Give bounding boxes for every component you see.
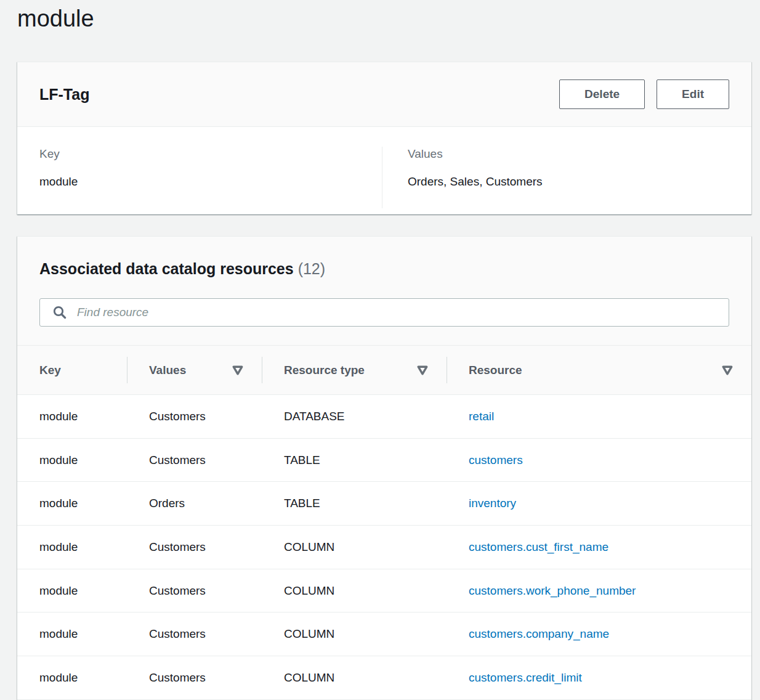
- lf-tag-card: LF-Tag Delete Edit Key module Values Ord…: [17, 62, 751, 214]
- lf-tag-detail-page: module LF-Tag Delete Edit Key module Val…: [0, 0, 760, 700]
- cell-resource-type: COLUMN: [262, 584, 447, 598]
- cell-resource-type: TABLE: [262, 454, 447, 467]
- cell-values: Customers: [127, 410, 262, 423]
- column-header-resource-label: Resource: [469, 364, 522, 377]
- delete-button[interactable]: Delete: [559, 79, 645, 109]
- column-header-resource[interactable]: Resource: [447, 346, 751, 394]
- cell-resource-type: TABLE: [262, 497, 447, 510]
- associated-resources-title-text: Associated data catalog resources: [39, 260, 294, 277]
- resource-count-badge: (12): [298, 260, 325, 277]
- cell-resource: customers: [447, 454, 751, 467]
- cell-key: module: [17, 671, 127, 685]
- column-header-values-label: Values: [149, 364, 186, 377]
- lf-tag-card-header: LF-Tag Delete Edit: [17, 62, 751, 127]
- cell-values: Customers: [127, 454, 262, 467]
- cell-key: module: [17, 454, 127, 467]
- column-header-values[interactable]: Values: [127, 346, 262, 394]
- search-icon: [52, 305, 67, 320]
- cell-values: Customers: [127, 584, 262, 598]
- cell-key: module: [17, 410, 127, 423]
- cell-resource: customers.work_phone_number: [447, 584, 751, 598]
- column-header-key: Key: [17, 346, 127, 394]
- key-field: Key module: [39, 147, 382, 214]
- resource-link[interactable]: customers.company_name: [469, 627, 609, 640]
- cell-key: module: [17, 627, 127, 641]
- table-row: module Customers COLUMN customers.credit…: [17, 656, 751, 700]
- key-field-value: module: [39, 174, 382, 189]
- resources-table: Key Values Resource type Resource: [17, 345, 751, 700]
- cell-resource: retail: [447, 410, 751, 423]
- cell-key: module: [17, 584, 127, 598]
- resource-link[interactable]: retail: [469, 410, 494, 423]
- cell-values: Orders: [127, 497, 262, 510]
- resources-table-header: Key Values Resource type Resource: [17, 345, 751, 395]
- resource-link[interactable]: customers.credit_limit: [469, 671, 582, 684]
- lf-tag-actions: Delete Edit: [559, 79, 729, 109]
- lf-tag-card-title: LF-Tag: [39, 86, 89, 104]
- resource-link[interactable]: inventory: [469, 497, 516, 510]
- cell-resource-type: COLUMN: [262, 540, 447, 554]
- cell-resource: customers.credit_limit: [447, 671, 751, 685]
- column-header-resource-type[interactable]: Resource type: [262, 346, 447, 394]
- page-title: module: [17, 2, 94, 35]
- sort-values-icon[interactable]: [232, 365, 243, 375]
- associated-resources-card: Associated data catalog resources (12) K…: [17, 236, 751, 700]
- table-row: module Customers COLUMN customers.cust_f…: [17, 526, 751, 569]
- table-row: module Customers TABLE customers: [17, 439, 751, 482]
- cell-resource: customers.cust_first_name: [447, 540, 751, 554]
- sort-resource-icon[interactable]: [722, 365, 733, 375]
- lf-tag-card-body: Key module Values Orders, Sales, Custome…: [17, 127, 751, 214]
- values-field-value: Orders, Sales, Customers: [408, 174, 751, 189]
- key-field-label: Key: [39, 147, 382, 161]
- cell-key: module: [17, 497, 127, 510]
- resource-search-box[interactable]: [39, 298, 729, 327]
- cell-resource-type: COLUMN: [262, 671, 447, 685]
- cell-values: Customers: [127, 671, 262, 685]
- table-row: module Customers DATABASE retail: [17, 395, 751, 439]
- values-field: Values Orders, Sales, Customers: [382, 147, 751, 208]
- resource-link[interactable]: customers.cust_first_name: [469, 540, 608, 553]
- cell-resource: customers.company_name: [447, 627, 751, 641]
- table-row: module Customers COLUMN customers.compan…: [17, 612, 751, 656]
- associated-resources-title: Associated data catalog resources (12): [39, 259, 729, 279]
- cell-key: module: [17, 540, 127, 554]
- resource-link[interactable]: customers: [469, 454, 523, 466]
- cell-resource: inventory: [447, 497, 751, 510]
- sort-resource-type-icon[interactable]: [417, 365, 428, 375]
- cell-resource-type: DATABASE: [262, 410, 447, 423]
- resource-search-input[interactable]: [77, 306, 720, 319]
- resource-link[interactable]: customers.work_phone_number: [469, 584, 636, 597]
- cell-resource-type: COLUMN: [262, 627, 447, 641]
- column-header-key-label: Key: [39, 364, 61, 377]
- table-row: module Customers COLUMN customers.work_p…: [17, 569, 751, 613]
- resources-table-body: module Customers DATABASE retail module …: [17, 395, 751, 700]
- column-header-resource-type-label: Resource type: [284, 364, 365, 377]
- associated-resources-header: Associated data catalog resources (12): [17, 237, 751, 327]
- cell-values: Customers: [127, 627, 262, 641]
- table-row: module Orders TABLE inventory: [17, 482, 751, 526]
- edit-button[interactable]: Edit: [657, 79, 729, 109]
- values-field-label: Values: [408, 147, 751, 161]
- cell-values: Customers: [127, 540, 262, 554]
